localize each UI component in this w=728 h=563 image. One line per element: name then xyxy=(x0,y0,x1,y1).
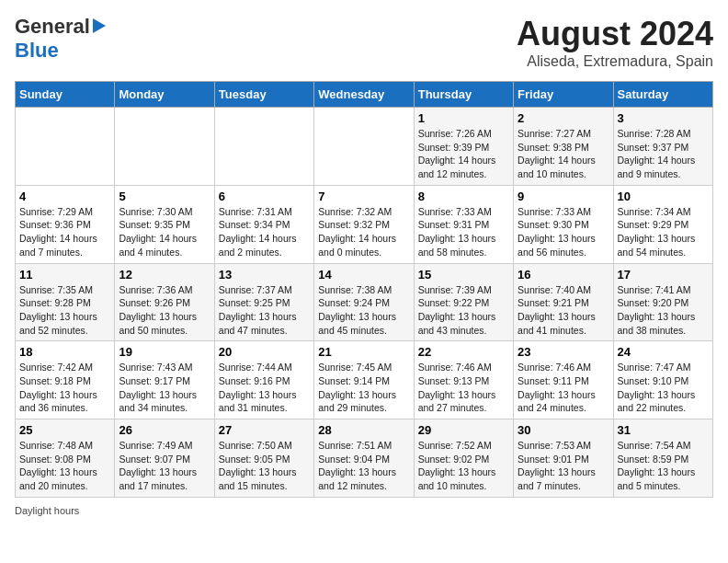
day-info: Sunrise: 7:44 AM Sunset: 9:16 PM Dayligh… xyxy=(219,361,310,415)
day-info: Sunrise: 7:42 AM Sunset: 9:18 PM Dayligh… xyxy=(19,361,110,415)
calendar-cell: 6Sunrise: 7:31 AM Sunset: 9:34 PM Daylig… xyxy=(214,185,313,263)
logo: General Blue xyxy=(15,15,106,63)
day-number: 21 xyxy=(318,345,409,359)
calendar-header-row: SundayMondayTuesdayWednesdayThursdayFrid… xyxy=(16,82,713,108)
calendar-cell: 26Sunrise: 7:49 AM Sunset: 9:07 PM Dayli… xyxy=(115,419,214,498)
calendar-cell: 8Sunrise: 7:33 AM Sunset: 9:31 PM Daylig… xyxy=(414,185,513,263)
day-info: Sunrise: 7:47 AM Sunset: 9:10 PM Dayligh… xyxy=(618,361,709,415)
calendar-cell: 7Sunrise: 7:32 AM Sunset: 9:32 PM Daylig… xyxy=(314,185,414,263)
day-number: 30 xyxy=(518,423,609,437)
calendar-cell: 9Sunrise: 7:33 AM Sunset: 9:30 PM Daylig… xyxy=(514,185,613,263)
day-number: 24 xyxy=(618,345,709,359)
calendar-cell: 24Sunrise: 7:47 AM Sunset: 9:10 PM Dayli… xyxy=(613,341,712,419)
day-number: 8 xyxy=(418,190,509,203)
day-number: 13 xyxy=(219,268,310,282)
calendar-cell: 13Sunrise: 7:37 AM Sunset: 9:25 PM Dayli… xyxy=(214,263,313,341)
day-number: 11 xyxy=(19,268,110,282)
day-info: Sunrise: 7:46 AM Sunset: 9:13 PM Dayligh… xyxy=(418,361,509,415)
calendar-day-header: Friday xyxy=(514,82,613,108)
daylight-label: Daylight hours xyxy=(15,505,79,516)
day-number: 5 xyxy=(119,190,210,203)
calendar-cell: 20Sunrise: 7:44 AM Sunset: 9:16 PM Dayli… xyxy=(214,341,313,419)
day-number: 17 xyxy=(618,268,709,282)
calendar-cell: 10Sunrise: 7:34 AM Sunset: 9:29 PM Dayli… xyxy=(613,185,712,263)
footer: Daylight hours xyxy=(15,505,713,516)
calendar-cell xyxy=(16,108,115,186)
day-number: 20 xyxy=(219,345,310,359)
day-info: Sunrise: 7:52 AM Sunset: 9:02 PM Dayligh… xyxy=(418,439,509,493)
calendar-cell xyxy=(115,108,214,186)
calendar-cell: 4Sunrise: 7:29 AM Sunset: 9:36 PM Daylig… xyxy=(16,185,115,263)
day-info: Sunrise: 7:35 AM Sunset: 9:28 PM Dayligh… xyxy=(19,283,110,338)
calendar-cell: 1Sunrise: 7:26 AM Sunset: 9:39 PM Daylig… xyxy=(414,108,513,186)
calendar-cell: 27Sunrise: 7:50 AM Sunset: 9:05 PM Dayli… xyxy=(214,419,313,498)
calendar-day-header: Tuesday xyxy=(214,82,313,108)
day-number: 3 xyxy=(618,111,709,125)
calendar-day-header: Saturday xyxy=(613,82,712,108)
day-info: Sunrise: 7:39 AM Sunset: 9:22 PM Dayligh… xyxy=(418,283,509,338)
day-number: 29 xyxy=(418,423,509,437)
calendar-cell: 21Sunrise: 7:45 AM Sunset: 9:14 PM Dayli… xyxy=(314,341,414,419)
day-number: 18 xyxy=(19,345,110,359)
calendar-week-row: 4Sunrise: 7:29 AM Sunset: 9:36 PM Daylig… xyxy=(16,185,713,263)
calendar-cell: 14Sunrise: 7:38 AM Sunset: 9:24 PM Dayli… xyxy=(314,263,414,341)
day-info: Sunrise: 7:33 AM Sunset: 9:30 PM Dayligh… xyxy=(518,205,609,259)
day-number: 27 xyxy=(219,423,310,437)
calendar-cell: 19Sunrise: 7:43 AM Sunset: 9:17 PM Dayli… xyxy=(115,341,214,419)
calendar-cell: 30Sunrise: 7:53 AM Sunset: 9:01 PM Dayli… xyxy=(514,419,613,498)
day-number: 9 xyxy=(518,190,609,203)
day-number: 28 xyxy=(318,423,409,437)
calendar-cell: 29Sunrise: 7:52 AM Sunset: 9:02 PM Dayli… xyxy=(414,419,513,498)
day-info: Sunrise: 7:34 AM Sunset: 9:29 PM Dayligh… xyxy=(618,205,709,259)
calendar-cell: 11Sunrise: 7:35 AM Sunset: 9:28 PM Dayli… xyxy=(16,263,115,341)
day-info: Sunrise: 7:37 AM Sunset: 9:25 PM Dayligh… xyxy=(219,283,310,338)
day-info: Sunrise: 7:32 AM Sunset: 9:32 PM Dayligh… xyxy=(318,205,409,259)
calendar-cell: 18Sunrise: 7:42 AM Sunset: 9:18 PM Dayli… xyxy=(16,341,115,419)
day-info: Sunrise: 7:48 AM Sunset: 9:08 PM Dayligh… xyxy=(19,439,110,493)
day-info: Sunrise: 7:26 AM Sunset: 9:39 PM Dayligh… xyxy=(418,127,509,181)
logo-general-text: General xyxy=(15,15,90,39)
day-info: Sunrise: 7:31 AM Sunset: 9:34 PM Dayligh… xyxy=(219,205,310,259)
day-info: Sunrise: 7:30 AM Sunset: 9:35 PM Dayligh… xyxy=(119,205,210,259)
calendar-cell: 2Sunrise: 7:27 AM Sunset: 9:38 PM Daylig… xyxy=(514,108,613,186)
calendar-day-header: Wednesday xyxy=(314,82,414,108)
calendar-table: SundayMondayTuesdayWednesdayThursdayFrid… xyxy=(15,81,713,498)
day-info: Sunrise: 7:28 AM Sunset: 9:37 PM Dayligh… xyxy=(618,127,709,181)
calendar-cell: 17Sunrise: 7:41 AM Sunset: 9:20 PM Dayli… xyxy=(613,263,712,341)
day-info: Sunrise: 7:46 AM Sunset: 9:11 PM Dayligh… xyxy=(518,361,609,415)
calendar-cell: 15Sunrise: 7:39 AM Sunset: 9:22 PM Dayli… xyxy=(414,263,513,341)
title-area: August 2024 Aliseda, Extremadura, Spain xyxy=(517,15,713,70)
calendar-cell: 12Sunrise: 7:36 AM Sunset: 9:26 PM Dayli… xyxy=(115,263,214,341)
day-number: 14 xyxy=(318,268,409,282)
logo-arrow-icon xyxy=(93,18,106,33)
day-info: Sunrise: 7:38 AM Sunset: 9:24 PM Dayligh… xyxy=(318,283,409,338)
calendar-cell xyxy=(314,108,414,186)
day-info: Sunrise: 7:45 AM Sunset: 9:14 PM Dayligh… xyxy=(318,361,409,415)
day-number: 12 xyxy=(119,268,210,282)
calendar-week-row: 18Sunrise: 7:42 AM Sunset: 9:18 PM Dayli… xyxy=(16,341,713,419)
month-year-title: August 2024 xyxy=(517,15,713,53)
day-number: 19 xyxy=(119,345,210,359)
day-number: 16 xyxy=(518,268,609,282)
calendar-cell xyxy=(214,108,313,186)
calendar-cell: 25Sunrise: 7:48 AM Sunset: 9:08 PM Dayli… xyxy=(16,419,115,498)
calendar-cell: 22Sunrise: 7:46 AM Sunset: 9:13 PM Dayli… xyxy=(414,341,513,419)
location-subtitle: Aliseda, Extremadura, Spain xyxy=(517,53,713,70)
calendar-week-row: 1Sunrise: 7:26 AM Sunset: 9:39 PM Daylig… xyxy=(16,108,713,186)
logo-blue-text: Blue xyxy=(15,39,59,63)
calendar-cell: 5Sunrise: 7:30 AM Sunset: 9:35 PM Daylig… xyxy=(115,185,214,263)
day-number: 7 xyxy=(318,190,409,203)
day-number: 6 xyxy=(219,190,310,203)
calendar-day-header: Monday xyxy=(115,82,214,108)
day-number: 25 xyxy=(19,423,110,437)
calendar-week-row: 11Sunrise: 7:35 AM Sunset: 9:28 PM Dayli… xyxy=(16,263,713,341)
day-info: Sunrise: 7:36 AM Sunset: 9:26 PM Dayligh… xyxy=(119,283,210,338)
day-info: Sunrise: 7:50 AM Sunset: 9:05 PM Dayligh… xyxy=(219,439,310,493)
day-info: Sunrise: 7:49 AM Sunset: 9:07 PM Dayligh… xyxy=(119,439,210,493)
calendar-cell: 16Sunrise: 7:40 AM Sunset: 9:21 PM Dayli… xyxy=(514,263,613,341)
day-number: 23 xyxy=(518,345,609,359)
day-number: 22 xyxy=(418,345,509,359)
day-info: Sunrise: 7:41 AM Sunset: 9:20 PM Dayligh… xyxy=(618,283,709,338)
calendar-cell: 3Sunrise: 7:28 AM Sunset: 9:37 PM Daylig… xyxy=(613,108,712,186)
header: General Blue August 2024 Aliseda, Extrem… xyxy=(15,15,713,70)
